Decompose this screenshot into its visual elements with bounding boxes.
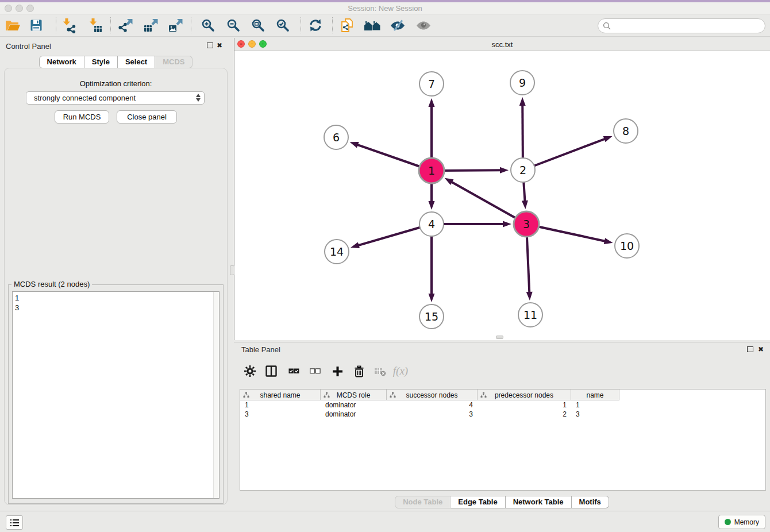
tab-style[interactable]: Style bbox=[84, 56, 118, 68]
tab-network[interactable]: Network bbox=[39, 56, 84, 68]
splitter-grip-horizontal[interactable] bbox=[496, 336, 503, 339]
memory-button[interactable]: Memory bbox=[718, 515, 765, 529]
delete-table-button[interactable] bbox=[370, 361, 390, 381]
criterion-select[interactable]: strongly connected component bbox=[26, 91, 205, 105]
import-table-icon bbox=[87, 18, 103, 33]
import-network-icon bbox=[61, 18, 76, 33]
table-cell: 1 bbox=[240, 401, 321, 409]
table-cell: 3 bbox=[571, 410, 619, 418]
zoom-in-button[interactable] bbox=[197, 16, 219, 35]
column-header-label: name bbox=[586, 391, 603, 399]
table-cell: 2 bbox=[478, 410, 571, 418]
zoom-fit-button[interactable] bbox=[247, 16, 269, 35]
splitter-grip[interactable] bbox=[230, 265, 234, 275]
column-header-predecessor-nodes[interactable]: predecessor nodes bbox=[478, 390, 571, 400]
sort-hierarchy-icon bbox=[480, 392, 487, 400]
mcds-panel: Optimization criterion: strongly connect… bbox=[4, 68, 228, 505]
search-input[interactable] bbox=[611, 22, 754, 30]
column-header-successor-nodes[interactable]: successor nodes bbox=[387, 390, 478, 400]
export-table-button[interactable] bbox=[140, 16, 161, 35]
deselect-all-rows-button[interactable] bbox=[305, 361, 325, 381]
main-toolbar bbox=[0, 14, 770, 37]
save-session-button[interactable] bbox=[25, 16, 47, 35]
mcds-result-text: 1 3 bbox=[15, 293, 19, 313]
run-mcds-button[interactable]: Run MCDS bbox=[55, 110, 109, 124]
edge-arrowhead bbox=[445, 178, 454, 185]
table-cell: 3 bbox=[387, 410, 478, 418]
node-label-1: 1 bbox=[428, 164, 435, 177]
edge-arrowhead bbox=[350, 142, 359, 148]
export-image-button[interactable] bbox=[164, 16, 186, 35]
open-session-button[interactable] bbox=[2, 16, 24, 35]
network-graph-svg: 7968124314101511 bbox=[234, 51, 770, 340]
table-cell: dominator bbox=[321, 401, 387, 409]
result-scrollbar[interactable] bbox=[213, 292, 219, 498]
node-label-9: 9 bbox=[519, 76, 526, 89]
open-folder-icon bbox=[5, 18, 21, 32]
node-label-8: 8 bbox=[622, 125, 629, 137]
import-network-button[interactable] bbox=[57, 16, 79, 35]
mcds-result-box[interactable]: 1 3 bbox=[12, 291, 220, 499]
home-network-button[interactable] bbox=[361, 16, 383, 35]
float-table-panel-icon[interactable] bbox=[747, 346, 753, 352]
task-history-button[interactable] bbox=[6, 515, 23, 530]
network-window-title: scc.txt bbox=[234, 40, 770, 49]
node-label-15: 15 bbox=[425, 310, 438, 323]
function-builder-button[interactable]: f(x) bbox=[391, 361, 410, 381]
tab-network-table[interactable]: Network Table bbox=[506, 496, 572, 508]
tab-node-table[interactable]: Node Table bbox=[395, 496, 451, 508]
table-settings-button[interactable] bbox=[240, 361, 260, 381]
eye-icon bbox=[416, 19, 431, 32]
duplicate-network-button[interactable] bbox=[336, 16, 358, 35]
edge-arrowhead bbox=[429, 201, 435, 210]
float-panel-icon[interactable] bbox=[207, 43, 213, 48]
refresh-layout-button[interactable] bbox=[305, 16, 326, 35]
edge-arrowhead bbox=[603, 136, 613, 142]
show-hidden-button[interactable] bbox=[413, 16, 434, 35]
window-title: Session: New Session bbox=[0, 4, 770, 13]
eye-slash-icon bbox=[390, 19, 405, 32]
select-stepper-icon bbox=[196, 94, 201, 102]
close-panel-icon[interactable]: ✖ bbox=[217, 43, 222, 48]
table-row[interactable]: 1dominator411 bbox=[240, 400, 765, 410]
add-column-button[interactable] bbox=[328, 361, 347, 381]
export-network-icon bbox=[118, 18, 133, 33]
edge-2-8[interactable] bbox=[523, 138, 605, 170]
search-field[interactable] bbox=[598, 18, 765, 33]
close-panel-button[interactable]: Close panel bbox=[117, 110, 177, 124]
sort-hierarchy-icon bbox=[243, 392, 249, 400]
network-canvas[interactable]: 7968124314101511 bbox=[234, 51, 770, 340]
column-header-label: predecessor nodes bbox=[495, 391, 553, 399]
export-network-button[interactable] bbox=[114, 16, 136, 35]
plus-icon bbox=[332, 366, 343, 377]
column-header-mcds-role[interactable]: MCDS role bbox=[321, 390, 387, 400]
zoom-out-button[interactable] bbox=[222, 16, 244, 35]
application-window: Session: New Session bbox=[0, 0, 770, 532]
zoom-selected-button[interactable] bbox=[272, 16, 294, 35]
import-table-button[interactable] bbox=[84, 16, 106, 35]
save-icon bbox=[29, 18, 43, 32]
tab-select[interactable]: Select bbox=[118, 56, 155, 68]
edge-arrowhead bbox=[503, 221, 511, 228]
tab-edge-table[interactable]: Edge Table bbox=[451, 496, 505, 508]
column-header-name[interactable]: name bbox=[571, 390, 619, 400]
column-header-shared-name[interactable]: shared name bbox=[240, 390, 321, 400]
close-table-panel-icon[interactable]: ✖ bbox=[758, 346, 764, 352]
table-panel-tabs: Node TableEdge TableNetwork TableMotifs bbox=[234, 496, 770, 508]
sort-hierarchy-icon bbox=[324, 392, 330, 400]
toolbar-separator bbox=[332, 17, 333, 33]
refresh-icon bbox=[308, 18, 323, 33]
select-all-rows-button[interactable] bbox=[284, 361, 303, 381]
fx-icon: f(x) bbox=[393, 365, 408, 377]
show-columns-button[interactable] bbox=[261, 361, 281, 381]
column-header-label: shared name bbox=[260, 391, 300, 399]
table-row[interactable]: 3dominator323 bbox=[240, 410, 765, 419]
delete-column-button[interactable] bbox=[349, 361, 369, 381]
hide-selected-button[interactable] bbox=[387, 16, 409, 35]
houses-icon bbox=[364, 18, 381, 32]
mcds-result-legend: MCDS result (2 nodes) bbox=[11, 280, 92, 288]
tab-mcds[interactable]: MCDS bbox=[155, 56, 192, 68]
table-cell: 3 bbox=[240, 410, 321, 418]
node-table: shared nameMCDS rolesuccessor nodesprede… bbox=[240, 389, 766, 491]
tab-motifs[interactable]: Motifs bbox=[572, 496, 609, 508]
